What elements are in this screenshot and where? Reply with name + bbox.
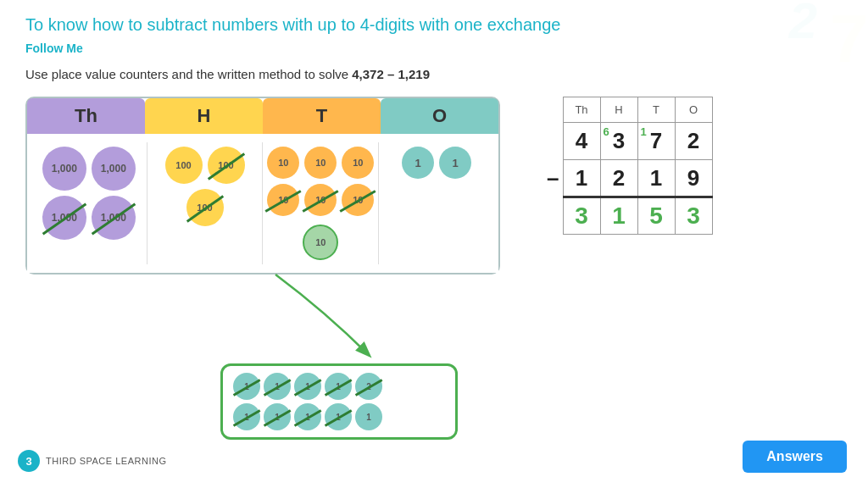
- instruction: Use place value counters and the written…: [25, 67, 843, 81]
- page: 2 7 To know how to subtract numbers with…: [0, 0, 868, 488]
- col-ones: 1 1: [379, 142, 494, 264]
- th-row2: 1,000 1,000: [42, 196, 136, 240]
- wt-ans-th: 3: [563, 197, 600, 235]
- pv-headers: Th H T O: [27, 98, 498, 134]
- counter-10-5: 10: [304, 184, 337, 216]
- wt-ans-t: 5: [637, 197, 675, 235]
- written-row1: 4 63 17 2: [526, 123, 712, 160]
- wt-header-o: O: [675, 97, 712, 123]
- counter-10-4: 10: [267, 184, 299, 216]
- pv-area: Th H T O 1,000 1,000 1,000: [25, 97, 500, 274]
- svg-text:3: 3: [25, 455, 31, 468]
- wt-r2-t: 1: [637, 160, 675, 197]
- tsl-icon: 3: [17, 449, 41, 473]
- wt-r2-o: 9: [675, 160, 712, 197]
- header-h: H: [145, 98, 263, 134]
- counter-1000-1: 1,000: [42, 147, 86, 191]
- wt-ans-o: 3: [675, 197, 712, 235]
- t-row1: 10 10 10: [267, 147, 374, 179]
- wt-r1-h: 63: [600, 123, 637, 160]
- wt-r2-th: 1: [563, 160, 600, 197]
- one-c7: 1: [264, 403, 291, 430]
- one-c2: 1: [264, 373, 291, 400]
- h-row2: 100: [186, 189, 224, 226]
- wt-header-h: H: [600, 97, 637, 123]
- one-c1: 1: [233, 373, 260, 400]
- t-row2: 10 10 10: [267, 184, 374, 216]
- tsl-logo: 3 THIRD SPACE LEARNING: [17, 449, 166, 473]
- col-tens: 10 10 10 10 10: [263, 142, 379, 264]
- one-c5: 2: [355, 373, 382, 400]
- counter-1000-3: 1,000: [42, 196, 86, 240]
- o-row1: 1 1: [402, 147, 471, 179]
- answers-button[interactable]: Answers: [743, 441, 847, 473]
- wt-blank: [526, 97, 563, 123]
- col-thousands: 1,000 1,000 1,000 1,000: [31, 142, 147, 264]
- counter-10-2: 10: [304, 147, 337, 179]
- counter-10-6: 10: [342, 184, 374, 216]
- counter-1000-4: 1,000: [92, 196, 136, 240]
- wt-r1-t-super: 1: [641, 125, 647, 138]
- counter-10-1: 10: [267, 147, 299, 179]
- wt-ans-h: 1: [600, 197, 637, 235]
- expanded-row2: 1 1 1 1 1: [233, 403, 382, 430]
- header-t: T: [263, 98, 381, 134]
- instruction-bold: 4,372 – 1,219: [352, 67, 430, 81]
- counter-1000-2: 1,000: [92, 147, 136, 191]
- wt-r1-t: 17: [637, 123, 675, 160]
- instruction-prefix: Use place value counters and the written…: [25, 67, 352, 81]
- wt-r1-sign: [526, 123, 563, 160]
- wt-minus-sign: –: [526, 160, 563, 197]
- written-header-row: Th H T O: [526, 97, 712, 123]
- wt-r1-h-super: 6: [604, 125, 609, 138]
- tsl-text: THIRD SPACE LEARNING: [46, 456, 166, 466]
- expanded-row1: 1 1 1 1 2: [233, 373, 382, 400]
- one-c10: 1: [355, 403, 382, 430]
- one-c6: 1: [233, 403, 260, 430]
- exchange-arrow: [259, 270, 394, 363]
- h-row1: 100 100: [165, 147, 245, 184]
- tsl-normal: LEARNING: [113, 456, 167, 466]
- written-method: Th H T O 4 63 17 2 –: [526, 97, 713, 235]
- follow-me-label: Follow Me: [25, 42, 843, 55]
- page-title: To know how to subtract numbers with up …: [25, 15, 843, 35]
- counter-100-1: 100: [165, 147, 203, 184]
- counter-100-3: 100: [186, 189, 224, 226]
- tsl-bold: THIRD SPACE: [46, 456, 113, 466]
- t-green-row: 10: [303, 225, 338, 260]
- wt-header-t: T: [637, 97, 675, 123]
- one-c9: 1: [325, 403, 352, 430]
- one-c8: 1: [294, 403, 321, 430]
- written-row2: – 1 2 1 9: [526, 160, 712, 197]
- th-row1: 1,000 1,000: [42, 147, 136, 191]
- main-area: Th H T O 1,000 1,000 1,000: [25, 97, 843, 274]
- counter-10-3: 10: [342, 147, 374, 179]
- wt-header-th: Th: [563, 97, 600, 123]
- place-value-table: Th H T O 1,000 1,000 1,000: [25, 97, 500, 274]
- wt-ans-sign: [526, 197, 563, 235]
- wt-r1-o: 2: [675, 123, 712, 160]
- wt-r1-th: 4: [563, 123, 600, 160]
- written-answer-row: 3 1 5 3: [526, 197, 712, 235]
- counter-100-2: 100: [208, 147, 245, 184]
- counter-1-2: 1: [439, 147, 471, 179]
- header-o: O: [381, 98, 498, 134]
- counter-10-green: 10: [303, 225, 338, 260]
- header-th: Th: [27, 98, 145, 134]
- counter-1-1: 1: [402, 147, 434, 179]
- written-table: Th H T O 4 63 17 2 –: [526, 97, 713, 235]
- one-c4: 1: [325, 373, 352, 400]
- col-hundreds: 100 100 100: [147, 142, 264, 264]
- wt-r2-h: 2: [600, 160, 637, 197]
- expanded-ones-box: 1 1 1 1 2 1 1 1 1 1: [220, 363, 458, 440]
- one-c3: 1: [294, 373, 321, 400]
- pv-body: 1,000 1,000 1,000 1,000: [27, 134, 498, 273]
